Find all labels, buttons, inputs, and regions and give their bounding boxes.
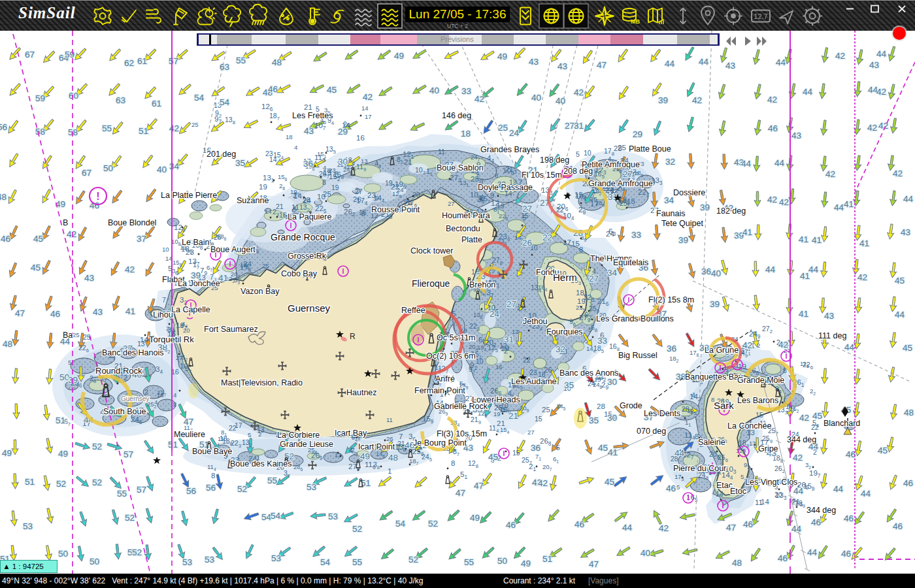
svg-text:Saleine: Saleine xyxy=(698,438,725,447)
svg-text:44: 44 xyxy=(807,547,818,557)
svg-text:57: 57 xyxy=(124,449,133,459)
svg-text:51: 51 xyxy=(25,477,35,487)
svg-text:2: 2 xyxy=(173,400,176,408)
svg-text:50: 50 xyxy=(58,549,68,559)
svg-text:32: 32 xyxy=(556,344,565,354)
svg-text:43: 43 xyxy=(824,311,834,321)
svg-text:40: 40 xyxy=(157,165,167,174)
svg-text:44: 44 xyxy=(741,159,752,169)
svg-text:44: 44 xyxy=(808,265,819,274)
svg-text:49: 49 xyxy=(470,513,480,523)
svg-text:Banc des Hanois: Banc des Hanois xyxy=(102,348,164,357)
svg-text:45: 45 xyxy=(488,452,498,462)
svg-text:344 deg: 344 deg xyxy=(787,435,816,444)
svg-text:7: 7 xyxy=(162,296,166,304)
svg-text:52: 52 xyxy=(408,555,418,564)
svg-text:44: 44 xyxy=(803,87,813,97)
svg-text:40: 40 xyxy=(711,269,721,278)
svg-text:49: 49 xyxy=(394,51,404,61)
svg-text:8: 8 xyxy=(579,246,583,253)
svg-text:219: 219 xyxy=(471,416,481,425)
svg-text:52: 52 xyxy=(237,484,247,494)
svg-text:30: 30 xyxy=(607,377,617,387)
svg-text:10: 10 xyxy=(180,362,188,370)
svg-text:Platte: Platte xyxy=(461,235,482,244)
svg-text:41: 41 xyxy=(859,238,869,248)
svg-text:55: 55 xyxy=(102,123,112,133)
svg-text:Oc(2) 10s 6m: Oc(2) 10s 6m xyxy=(426,351,476,361)
svg-text:24: 24 xyxy=(243,260,252,268)
svg-text:11: 11 xyxy=(755,498,763,506)
svg-text:53: 53 xyxy=(205,555,214,564)
svg-text:29: 29 xyxy=(338,127,348,137)
svg-text:46: 46 xyxy=(506,520,516,530)
svg-text:51: 51 xyxy=(542,554,552,564)
svg-text:52: 52 xyxy=(132,547,142,557)
svg-text:Boue Baye: Boue Baye xyxy=(192,447,232,456)
svg-text:51: 51 xyxy=(139,126,148,136)
svg-text:4: 4 xyxy=(154,399,158,406)
svg-text:46: 46 xyxy=(268,84,278,94)
svg-text:Icart Bay: Icart Bay xyxy=(335,429,367,438)
svg-text:Vazon Bay: Vazon Bay xyxy=(241,287,280,296)
svg-text:63: 63 xyxy=(116,95,125,105)
svg-text:61: 61 xyxy=(137,56,147,66)
svg-text:55: 55 xyxy=(352,557,362,567)
svg-text:Le Bain: Le Bain xyxy=(182,238,209,247)
svg-text:42: 42 xyxy=(67,229,76,239)
svg-text:59: 59 xyxy=(35,93,45,103)
svg-text:46: 46 xyxy=(841,549,851,559)
svg-text:5: 5 xyxy=(556,444,560,451)
svg-text:24: 24 xyxy=(303,197,311,204)
svg-text:15: 15 xyxy=(512,449,520,457)
svg-text:56: 56 xyxy=(186,486,196,496)
svg-text:46: 46 xyxy=(90,201,99,210)
svg-text:52: 52 xyxy=(428,519,438,529)
svg-text:42: 42 xyxy=(574,88,584,97)
svg-text:47: 47 xyxy=(456,488,465,498)
svg-text:45: 45 xyxy=(903,343,912,353)
svg-text:52: 52 xyxy=(92,478,102,487)
svg-text:43: 43 xyxy=(84,273,94,283)
svg-text:27: 27 xyxy=(355,188,363,195)
svg-text:47: 47 xyxy=(184,417,193,427)
svg-text:49: 49 xyxy=(56,199,65,209)
svg-text:54: 54 xyxy=(220,97,230,107)
svg-text:27: 27 xyxy=(448,200,455,207)
svg-text:71: 71 xyxy=(535,453,541,461)
svg-text:18: 18 xyxy=(286,133,293,140)
svg-text:17: 17 xyxy=(590,200,599,208)
svg-text:Mast|Television, Radio: Mast|Television, Radio xyxy=(221,378,303,387)
svg-text:55: 55 xyxy=(267,476,277,485)
svg-text:201 deg: 201 deg xyxy=(207,150,236,159)
svg-text:16: 16 xyxy=(356,134,365,142)
svg-text:21: 21 xyxy=(508,411,518,421)
svg-text:MB: MB xyxy=(631,18,640,25)
svg-text:Petite Amfroque: Petite Amfroque xyxy=(582,160,640,169)
svg-text:45: 45 xyxy=(33,234,43,244)
svg-text:South Boue: South Boue xyxy=(103,407,146,416)
svg-text:8: 8 xyxy=(211,472,215,480)
svg-text:50: 50 xyxy=(90,557,99,566)
svg-text:44: 44 xyxy=(622,523,633,532)
svg-text:Fermain Point: Fermain Point xyxy=(414,386,465,395)
svg-text:53: 53 xyxy=(328,512,338,521)
svg-text:135: 135 xyxy=(325,145,336,155)
svg-text:182: 182 xyxy=(669,355,679,363)
svg-text:178: 178 xyxy=(690,349,699,357)
svg-text:18: 18 xyxy=(461,129,471,139)
svg-text:21: 21 xyxy=(497,419,505,427)
svg-text:15: 15 xyxy=(756,411,763,419)
svg-text:46: 46 xyxy=(846,449,856,459)
svg-text:Faunais: Faunais xyxy=(656,209,685,218)
svg-text:35: 35 xyxy=(589,416,599,425)
svg-text:67: 67 xyxy=(207,264,212,272)
svg-text:53: 53 xyxy=(23,521,33,531)
svg-text:070 deg: 070 deg xyxy=(637,427,666,436)
svg-text:53: 53 xyxy=(182,557,192,567)
svg-text:44: 44 xyxy=(903,194,914,204)
svg-text:Gripe: Gripe xyxy=(758,444,778,453)
svg-text:14: 14 xyxy=(269,155,277,163)
svg-text:Boue Sablon: Boue Sablon xyxy=(437,163,484,172)
svg-text:33: 33 xyxy=(631,230,641,240)
